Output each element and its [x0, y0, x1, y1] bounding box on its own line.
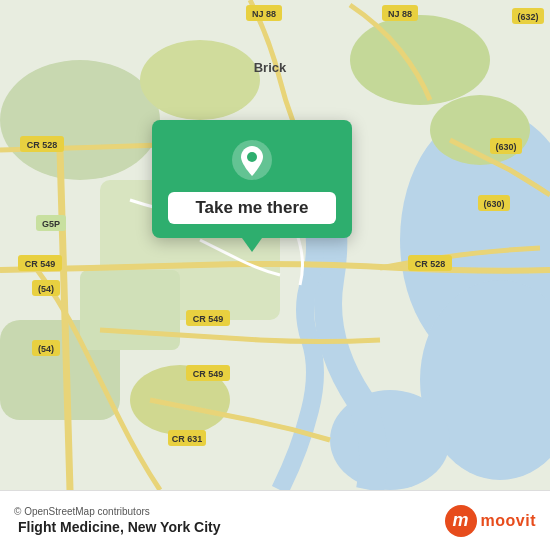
bottom-bar: © OpenStreetMap contributors Flight Medi…: [0, 490, 550, 550]
svg-text:(630): (630): [495, 142, 516, 152]
svg-text:NJ 88: NJ 88: [388, 9, 412, 19]
map-background: CR 549 CR 549 CR 549 CR 528 CR 528 NJ 88…: [0, 0, 550, 490]
svg-text:NJ 88: NJ 88: [252, 9, 276, 19]
moovit-icon: m: [445, 505, 477, 537]
attribution-text: © OpenStreetMap contributors: [14, 506, 221, 517]
map-view[interactable]: CR 549 CR 549 CR 549 CR 528 CR 528 NJ 88…: [0, 0, 550, 490]
svg-text:CR 528: CR 528: [415, 259, 446, 269]
svg-text:CR 549: CR 549: [193, 314, 224, 324]
svg-text:(632): (632): [517, 12, 538, 22]
location-title: Flight Medicine, New York City: [18, 519, 221, 535]
svg-text:(54): (54): [38, 284, 54, 294]
svg-point-4: [0, 60, 160, 180]
svg-text:CR 528: CR 528: [27, 140, 58, 150]
svg-point-6: [350, 15, 490, 105]
svg-text:(54): (54): [38, 344, 54, 354]
svg-text:CR 631: CR 631: [172, 434, 203, 444]
svg-point-42: [247, 152, 257, 162]
take-me-there-button[interactable]: Take me there: [168, 192, 336, 224]
svg-text:Brick: Brick: [254, 60, 287, 75]
bottom-left-info: © OpenStreetMap contributors Flight Medi…: [14, 506, 221, 535]
svg-text:G5P: G5P: [42, 219, 60, 229]
location-pin-icon: [230, 138, 274, 182]
svg-text:CR 549: CR 549: [193, 369, 224, 379]
moovit-label: moovit: [481, 512, 536, 530]
moovit-logo[interactable]: m moovit: [445, 505, 536, 537]
svg-rect-11: [80, 270, 180, 350]
svg-point-5: [140, 40, 260, 120]
popup-card[interactable]: Take me there: [152, 120, 352, 238]
osm-attribution: © OpenStreetMap contributors: [14, 506, 150, 517]
svg-text:CR 549: CR 549: [25, 259, 56, 269]
svg-text:(630): (630): [483, 199, 504, 209]
